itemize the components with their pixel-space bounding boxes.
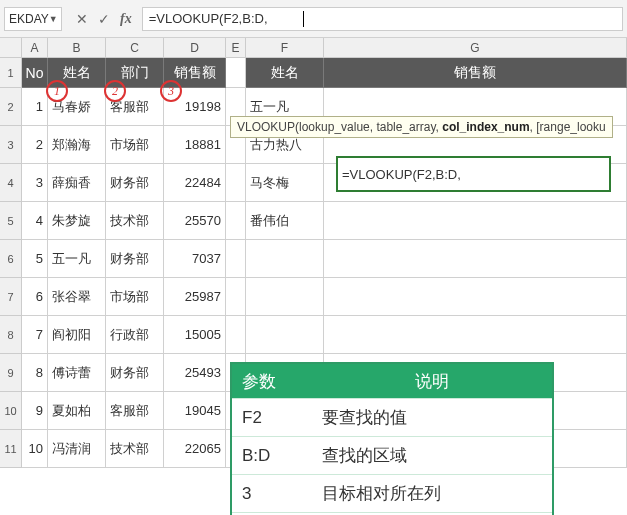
header-sales: 销售额 <box>164 58 226 88</box>
col-header-a[interactable]: A <box>22 38 48 57</box>
formula-bar-row: EKDAY ▼ ✕ ✓ fx =VLOOKUP(F2,B:D, <box>0 0 627 38</box>
params-header-key: 参数 <box>232 364 312 398</box>
fx-icon[interactable]: fx <box>120 11 132 27</box>
cell-no[interactable]: 7 <box>22 316 48 354</box>
cell-sales[interactable]: 19045 <box>164 392 226 430</box>
header-no: No <box>22 58 48 88</box>
cell-name[interactable]: 薛痴香 <box>48 164 106 202</box>
cell-dept[interactable]: 市场部 <box>106 278 164 316</box>
params-key: 3 <box>232 475 312 512</box>
cell-name[interactable]: 朱梦旋 <box>48 202 106 240</box>
col-header-d[interactable]: D <box>164 38 226 57</box>
cell-sales[interactable]: 18881 <box>164 126 226 164</box>
empty-cell[interactable] <box>324 278 627 316</box>
cell-no[interactable]: 5 <box>22 240 48 278</box>
col-header-e[interactable]: E <box>226 38 246 57</box>
cell-no[interactable]: 6 <box>22 278 48 316</box>
empty-cell[interactable] <box>226 278 246 316</box>
cell-name[interactable]: 郑瀚海 <box>48 126 106 164</box>
empty-cell[interactable] <box>226 58 246 88</box>
cell-name[interactable]: 阎初阳 <box>48 316 106 354</box>
lookup-result-cell[interactable] <box>324 202 627 240</box>
params-explain-table: 参数 说明 F2 要查找的值 B:D 查找的区域 3 目标相对所在列 0 精确查… <box>230 362 554 515</box>
cell-dept[interactable]: 财务部 <box>106 354 164 392</box>
chevron-down-icon[interactable]: ▼ <box>49 14 58 24</box>
cell-no[interactable]: 2 <box>22 126 48 164</box>
name-box[interactable]: EKDAY ▼ <box>4 7 62 31</box>
empty-cell[interactable] <box>324 240 627 278</box>
active-cell-editor[interactable]: =VLOOKUP(F2,B:D, <box>336 156 611 192</box>
params-row: B:D 查找的区域 <box>232 436 552 474</box>
cell-name[interactable]: 傅诗蕾 <box>48 354 106 392</box>
row-number[interactable]: 7 <box>0 278 22 316</box>
cell-dept[interactable]: 客服部 <box>106 88 164 126</box>
lookup-header-sales: 销售额 <box>324 58 627 88</box>
cell-name[interactable]: 冯清润 <box>48 430 106 468</box>
formula-bar-input[interactable]: =VLOOKUP(F2,B:D, <box>142 7 623 31</box>
col-header-g[interactable]: G <box>324 38 627 57</box>
grid: 1 No 姓名 部门 销售额 姓名 销售额 2 1 马春娇 客服部 19198 … <box>0 58 627 468</box>
col-header-c[interactable]: C <box>106 38 164 57</box>
row-number[interactable]: 2 <box>0 88 22 126</box>
cell-dept[interactable]: 财务部 <box>106 240 164 278</box>
col-header-b[interactable]: B <box>48 38 106 57</box>
column-headers: A B C D E F G <box>0 38 627 58</box>
table-row: 8 7 阎初阳 行政部 15005 <box>0 316 627 354</box>
cell-no[interactable]: 4 <box>22 202 48 240</box>
row-number[interactable]: 4 <box>0 164 22 202</box>
col-header-f[interactable]: F <box>246 38 324 57</box>
name-box-value: EKDAY <box>9 12 49 26</box>
cell-name[interactable]: 夏如柏 <box>48 392 106 430</box>
cell-sales[interactable]: 7037 <box>164 240 226 278</box>
cell-sales[interactable]: 15005 <box>164 316 226 354</box>
header-name: 姓名 <box>48 58 106 88</box>
params-val: 目标相对所在列 <box>312 475 552 512</box>
row-number[interactable]: 1 <box>0 58 22 88</box>
table-row: 1 No 姓名 部门 销售额 姓名 销售额 <box>0 58 627 88</box>
params-row: 3 目标相对所在列 <box>232 474 552 512</box>
lookup-name[interactable]: 番伟伯 <box>246 202 324 240</box>
lookup-name[interactable]: 马冬梅 <box>246 164 324 202</box>
cell-no[interactable]: 10 <box>22 430 48 468</box>
cell-no[interactable]: 8 <box>22 354 48 392</box>
cell-dept[interactable]: 市场部 <box>106 126 164 164</box>
active-cell-text: =VLOOKUP(F2,B:D, <box>342 167 461 182</box>
row-number[interactable]: 5 <box>0 202 22 240</box>
cell-no[interactable]: 9 <box>22 392 48 430</box>
cell-name[interactable]: 马春娇 <box>48 88 106 126</box>
cell-dept[interactable]: 技术部 <box>106 430 164 468</box>
cell-no[interactable]: 3 <box>22 164 48 202</box>
cell-sales[interactable]: 22065 <box>164 430 226 468</box>
cell-dept[interactable]: 财务部 <box>106 164 164 202</box>
cell-dept[interactable]: 行政部 <box>106 316 164 354</box>
empty-cell[interactable] <box>246 240 324 278</box>
row-number[interactable]: 3 <box>0 126 22 164</box>
cell-sales[interactable]: 25987 <box>164 278 226 316</box>
confirm-icon[interactable]: ✓ <box>98 11 110 27</box>
cell-sales[interactable]: 25570 <box>164 202 226 240</box>
cell-dept[interactable]: 技术部 <box>106 202 164 240</box>
empty-cell[interactable] <box>226 164 246 202</box>
corner-cell[interactable] <box>0 38 22 57</box>
row-number[interactable]: 11 <box>0 430 22 468</box>
row-number[interactable]: 10 <box>0 392 22 430</box>
empty-cell[interactable] <box>226 240 246 278</box>
table-row: 5 4 朱梦旋 技术部 25570 番伟伯 <box>0 202 627 240</box>
cancel-icon[interactable]: ✕ <box>76 11 88 27</box>
cell-sales[interactable]: 19198 <box>164 88 226 126</box>
row-number[interactable]: 8 <box>0 316 22 354</box>
cell-name[interactable]: 张谷翠 <box>48 278 106 316</box>
cell-dept[interactable]: 客服部 <box>106 392 164 430</box>
cell-sales[interactable]: 22484 <box>164 164 226 202</box>
row-number[interactable]: 9 <box>0 354 22 392</box>
cell-name[interactable]: 五一凡 <box>48 240 106 278</box>
row-number[interactable]: 6 <box>0 240 22 278</box>
empty-cell[interactable] <box>246 316 324 354</box>
cell-no[interactable]: 1 <box>22 88 48 126</box>
empty-cell[interactable] <box>324 316 627 354</box>
params-header: 参数 说明 <box>232 364 552 398</box>
empty-cell[interactable] <box>226 316 246 354</box>
empty-cell[interactable] <box>246 278 324 316</box>
cell-sales[interactable]: 25493 <box>164 354 226 392</box>
empty-cell[interactable] <box>226 202 246 240</box>
